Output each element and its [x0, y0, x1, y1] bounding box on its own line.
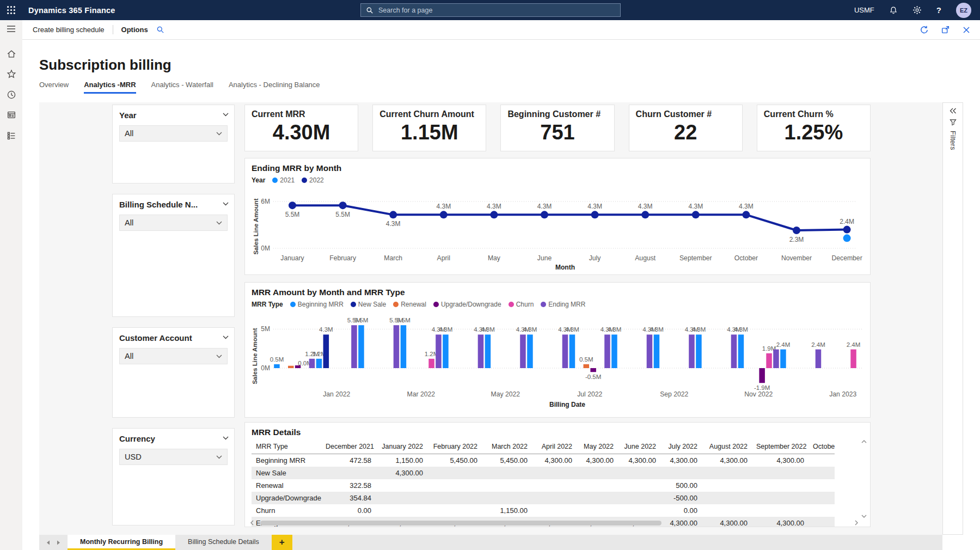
page-title: Subscription billing	[39, 57, 171, 74]
waffle-icon[interactable]	[0, 5, 22, 15]
legend-item-renewal[interactable]: Renewal	[393, 301, 426, 308]
column-header-july-2022[interactable]: July 2022	[660, 440, 702, 454]
row-header: Renewal	[252, 479, 321, 492]
svg-text:4.3M: 4.3M	[688, 203, 703, 210]
svg-text:December: December	[831, 254, 862, 262]
table-row-upgrade-downgrade: Upgrade/Downgrade354.84-500.00	[252, 492, 835, 504]
cell-value	[808, 454, 835, 467]
kpi-card-current-mrr[interactable]: Current MRR4.30M	[244, 105, 358, 151]
hamburger-menu-icon[interactable]	[7, 25, 16, 33]
slicer-header-chevron-icon[interactable]	[223, 335, 229, 339]
legend-item-beginning-mrr[interactable]: Beginning MRR	[290, 301, 344, 308]
scroll-right-icon[interactable]	[855, 520, 858, 525]
column-header-august-2022[interactable]: August 2022	[702, 440, 752, 454]
notifications-bell-icon[interactable]	[889, 6, 898, 15]
filter-funnel-icon[interactable]	[950, 119, 957, 126]
refresh-icon[interactable]	[920, 25, 929, 34]
workspaces-icon[interactable]	[7, 110, 16, 120]
create-billing-schedule-button[interactable]: Create billing schedule	[33, 26, 105, 34]
cell-value	[752, 467, 808, 479]
column-header-april-2022[interactable]: April 2022	[532, 440, 577, 454]
svg-text:2.4M: 2.4M	[811, 341, 825, 348]
favorites-star-icon[interactable]	[7, 69, 16, 79]
scroll-left-icon[interactable]	[250, 520, 254, 525]
svg-text:-0.5M: -0.5M	[585, 374, 601, 380]
modules-list-icon[interactable]	[7, 131, 16, 140]
next-page-icon[interactable]	[57, 540, 60, 545]
svg-text:5M: 5M	[261, 325, 270, 333]
settings-gear-icon[interactable]	[912, 5, 922, 15]
column-header-may-2022[interactable]: May 2022	[577, 440, 618, 454]
column-header-february-2022[interactable]: February 2022	[427, 440, 482, 454]
slicer-dropdown-currency[interactable]: USD	[119, 449, 228, 465]
slicer-title: Currency	[119, 434, 228, 443]
mrr-amount-bar-chart-card[interactable]: MRR Amount by Month and MRR Type MRR Typ…	[244, 282, 871, 418]
kpi-card-current-churn[interactable]: Current Churn %1.25%	[757, 105, 871, 151]
table-horizontal-scrollbar[interactable]	[250, 520, 858, 526]
tab-analytics-declining-balance[interactable]: Analytics - Declining Balance	[229, 81, 320, 94]
column-header-december-2021[interactable]: December 2021	[321, 440, 376, 454]
svg-text:4.3M: 4.3M	[587, 203, 602, 210]
cell-value	[427, 504, 482, 517]
svg-text:4.3M: 4.3M	[386, 220, 401, 228]
recent-clock-icon[interactable]	[7, 90, 16, 100]
toolbar-search-icon[interactable]	[156, 26, 164, 34]
column-header-january-2022[interactable]: January 2022	[376, 440, 427, 454]
tab-overview[interactable]: Overview	[39, 81, 69, 94]
search-input[interactable]	[377, 6, 615, 15]
svg-text:4.3M: 4.3M	[650, 326, 664, 333]
cell-value: 4,300.00	[702, 454, 752, 467]
cell-value	[482, 467, 532, 479]
column-header-june-2022[interactable]: June 2022	[618, 440, 660, 454]
slicer-dropdown-year[interactable]: All	[119, 125, 228, 142]
legend-item-ending-mrr[interactable]: Ending MRR	[541, 301, 585, 308]
svg-text:4.3M: 4.3M	[481, 326, 495, 333]
page-tab-billing-schedule-details[interactable]: Billing Schedule Details	[175, 535, 272, 550]
legend-item-2022[interactable]: 2022	[302, 176, 324, 184]
svg-text:4.3M: 4.3M	[537, 203, 552, 210]
home-icon[interactable]	[7, 49, 16, 59]
close-icon[interactable]	[962, 26, 971, 34]
slicer-header-chevron-icon[interactable]	[223, 113, 229, 117]
tab-analytics-mrr[interactable]: Analytics -MRR	[84, 81, 136, 94]
scrollbar-thumb[interactable]	[260, 521, 661, 525]
legend-item-new-sale[interactable]: New Sale	[351, 301, 386, 308]
cell-value	[702, 467, 752, 479]
previous-page-icon[interactable]	[46, 540, 50, 545]
slicer-card-year: YearAll	[112, 105, 235, 184]
open-in-new-window-icon[interactable]	[941, 25, 950, 34]
legend-item-churn[interactable]: Churn	[509, 301, 534, 308]
ending-mrr-line-chart-card[interactable]: Ending MRR by Month Year20212022 6M0MSal…	[244, 158, 871, 275]
slicer-header-chevron-icon[interactable]	[223, 202, 229, 206]
scroll-down-icon[interactable]	[861, 515, 867, 518]
kpi-card-churn-customer[interactable]: Churn Customer #22	[629, 105, 743, 151]
slicer-header-chevron-icon[interactable]	[223, 436, 229, 440]
legend-item-2021[interactable]: 2021	[272, 176, 295, 184]
svg-text:4.3M: 4.3M	[523, 326, 537, 333]
legend-item-upgrade-downgrade[interactable]: Upgrade/Downgrade	[433, 301, 501, 308]
scroll-up-icon[interactable]	[861, 440, 867, 443]
global-search[interactable]	[360, 3, 621, 17]
column-header-march-2022[interactable]: March 2022	[482, 440, 532, 454]
slicer-dropdown-billing-schedule-n[interactable]: All	[119, 215, 228, 231]
help-icon[interactable]: ?	[936, 5, 941, 15]
filters-pane-label[interactable]: Filters	[949, 131, 957, 150]
svg-text:Mar 2022: Mar 2022	[407, 390, 436, 398]
table-vertical-scrollbar[interactable]	[861, 440, 867, 518]
slicer-dropdown-customer-account[interactable]: All	[119, 348, 228, 364]
mrr-details-table-card[interactable]: MRR Details MRR TypeDecember 2021January…	[244, 422, 871, 527]
collapse-double-chevron-icon[interactable]	[950, 108, 957, 114]
kpi-card-current-churn-amount[interactable]: Current Churn Amount1.15M	[372, 105, 486, 151]
column-header-mrr-type[interactable]: MRR Type	[252, 440, 321, 454]
chevron-down-icon	[216, 455, 222, 459]
column-header-october-2022[interactable]: October 2022	[808, 440, 835, 454]
page-tab-monthly-recurring-billing[interactable]: Monthly Recurring Billing	[68, 535, 175, 550]
add-page-button[interactable]: +	[272, 535, 292, 550]
column-header-september-2022[interactable]: September 2022	[752, 440, 808, 454]
svg-text:February: February	[329, 254, 357, 262]
options-button[interactable]: Options	[121, 26, 148, 34]
avatar[interactable]: EZ	[956, 3, 971, 18]
kpi-card-beginning-customer[interactable]: Beginning Customer #751	[500, 105, 614, 151]
company-picker[interactable]: USMF	[854, 6, 874, 14]
tab-analytics-waterfall[interactable]: Analytics - Waterfall	[151, 81, 213, 94]
